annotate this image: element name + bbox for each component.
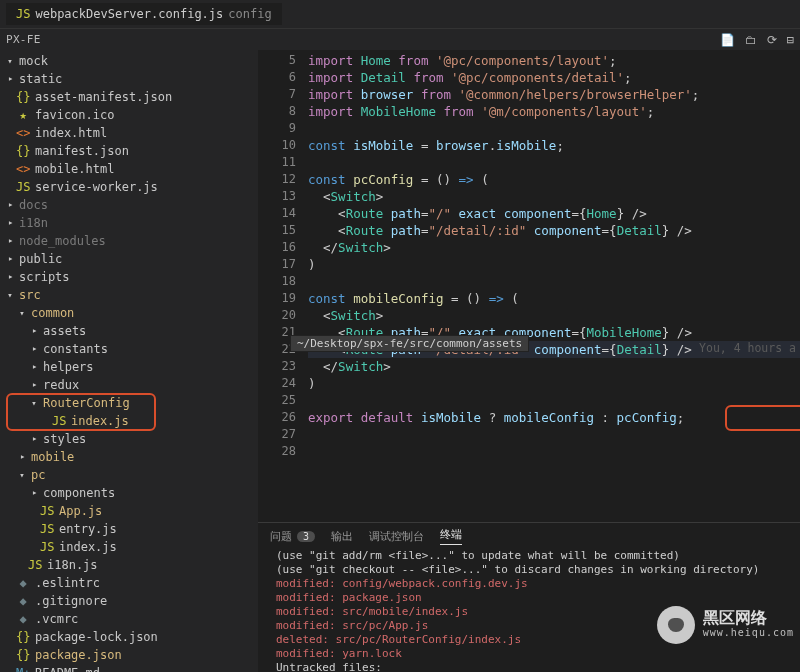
tree-label: index.js [59,538,117,556]
tree-file[interactable]: JSi18n.js [0,556,258,574]
file-explorer[interactable]: ▾mock▾static{}asset-manifest.json★favico… [0,50,258,672]
tree-folder[interactable]: ▾scripts [0,268,258,286]
tree-file[interactable]: M↓README.md [0,664,258,672]
tree-folder[interactable]: ▾components [0,484,258,502]
code-line[interactable] [308,392,800,409]
tree-label: .eslintrc [35,574,100,592]
refresh-icon[interactable]: ⟳ [767,33,777,47]
collapse-all-icon[interactable]: ⊟ [787,33,794,47]
tree-folder[interactable]: ▾RouterConfig [0,394,258,412]
code-line[interactable]: export default isMobile ? mobileConfig :… [308,409,800,426]
new-file-icon[interactable]: 📄 [720,33,735,47]
tree-file[interactable]: ★favicon.ico [0,106,258,124]
tree-file[interactable]: ◆.vcmrc [0,610,258,628]
tree-label: mock [19,52,48,70]
code-line[interactable] [308,154,800,171]
tab-terminal[interactable]: 终端 [440,527,462,545]
tree-folder[interactable]: ▾node_modules [0,232,258,250]
tree-file[interactable]: <>index.html [0,124,258,142]
tree-label: package-lock.json [35,628,158,646]
file-icon: JS [40,502,54,520]
code-line[interactable] [308,443,800,460]
file-icon: JS [16,178,30,196]
code-line[interactable]: <Switch> [308,307,800,324]
tree-file[interactable]: {}package-lock.json [0,628,258,646]
tree-file[interactable]: JSApp.js [0,502,258,520]
editor-tab[interactable]: JS webpackDevServer.config.js config [6,3,282,25]
explorer-header: PX-FE 📄 🗀 ⟳ ⊟ [0,28,800,50]
tree-label: README.md [35,664,100,672]
tree-folder[interactable]: ▾constants [0,340,258,358]
code-line[interactable]: <Route path="/detail/:id" component={Det… [308,222,800,239]
code-line[interactable] [308,426,800,443]
tree-label: redux [43,376,79,394]
tree-folder[interactable]: ▾helpers [0,358,258,376]
tree-folder[interactable]: ▾pc [0,466,258,484]
tree-folder[interactable]: ▾public [0,250,258,268]
tree-label: assets [43,322,86,340]
tree-file[interactable]: {}manifest.json [0,142,258,160]
tab-debug-console[interactable]: 调试控制台 [369,529,424,544]
tab-problems[interactable]: 问题 3 [270,529,315,544]
code-line[interactable]: <Route path="/" exact component={Home} /… [308,205,800,222]
chevron-icon: ▾ [1,271,19,283]
code-line[interactable]: const isMobile = browser.isMobile; [308,137,800,154]
editor-area: 5678910111213141516171819202122232425262… [258,50,800,672]
code-line[interactable]: ) [308,375,800,392]
tree-label: service-worker.js [35,178,158,196]
tab-bar: JS webpackDevServer.config.js config [0,0,800,28]
file-icon: JS [40,520,54,538]
tree-folder[interactable]: ▾common [0,304,258,322]
tree-file[interactable]: JSindex.js [0,538,258,556]
tree-folder[interactable]: ▾styles [0,430,258,448]
tree-file[interactable]: JSindex.js [0,412,258,430]
tree-folder[interactable]: ▾docs [0,196,258,214]
tree-file[interactable]: {}asset-manifest.json [0,88,258,106]
tree-label: common [31,304,74,322]
code-line[interactable]: </Switch> [308,239,800,256]
code-line[interactable]: const pcConfig = () => ( [308,171,800,188]
tree-folder[interactable]: ▾assets [0,322,258,340]
code-line[interactable] [308,273,800,290]
code-line[interactable]: ) [308,256,800,273]
project-name: PX-FE [6,33,41,46]
code-line[interactable]: import Detail from '@pc/components/detai… [308,69,800,86]
chevron-icon: ▾ [25,379,43,391]
tree-folder[interactable]: ▾static [0,70,258,88]
code-line[interactable]: <Switch> [308,188,800,205]
code-editor[interactable]: 5678910111213141516171819202122232425262… [258,50,800,522]
tree-label: .gitignore [35,592,107,610]
file-icon: JS [40,538,54,556]
code-line[interactable]: import browser from '@common/helpers/bro… [308,86,800,103]
tree-file[interactable]: <>mobile.html [0,160,258,178]
code-content[interactable]: import Home from '@pc/components/layout'… [308,50,800,522]
new-folder-icon[interactable]: 🗀 [745,33,757,47]
tree-label: mobile.html [35,160,114,178]
tree-file[interactable]: JSentry.js [0,520,258,538]
tree-file[interactable]: JSservice-worker.js [0,178,258,196]
file-icon: {} [16,88,30,106]
tree-folder[interactable]: ▾src [0,286,258,304]
terminal-line: modified: config/webpack.config.dev.js [276,577,788,591]
code-line[interactable]: </Switch> [308,358,800,375]
code-line[interactable] [308,120,800,137]
code-line[interactable]: import MobileHome from '@m/components/la… [308,103,800,120]
chevron-icon: ▾ [1,235,19,247]
tree-file[interactable]: {}package.json [0,646,258,664]
tree-label: i18n.js [47,556,98,574]
file-icon: ★ [16,106,30,124]
code-line[interactable]: import Home from '@pc/components/layout'… [308,52,800,69]
tab-output[interactable]: 输出 [331,529,353,544]
tree-folder[interactable]: ▾mock [0,52,258,70]
chevron-icon: ▾ [25,361,43,373]
file-icon: <> [16,124,30,142]
tree-label: App.js [59,502,102,520]
tab-problems-label: 问题 [270,529,292,544]
tree-folder[interactable]: ▾mobile [0,448,258,466]
chevron-icon: ▾ [25,433,43,445]
tree-folder[interactable]: ▾i18n [0,214,258,232]
code-line[interactable]: const mobileConfig = () => ( [308,290,800,307]
tree-file[interactable]: ◆.gitignore [0,592,258,610]
tree-folder[interactable]: ▾redux [0,376,258,394]
tree-file[interactable]: ◆.eslintrc [0,574,258,592]
